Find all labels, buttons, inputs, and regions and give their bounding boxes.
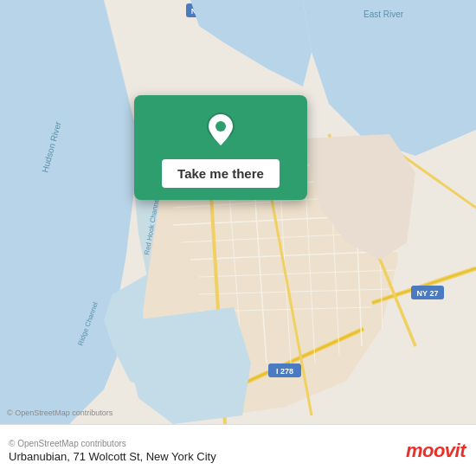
moovit-logo-text: moovit xyxy=(406,440,466,462)
svg-text:© OpenStreetMap contributors: © OpenStreetMap contributors xyxy=(7,408,113,417)
map-view: I 278 NY 27 NY 9A I 278 xyxy=(0,0,476,424)
svg-point-53 xyxy=(215,121,226,132)
map-svg: I 278 NY 27 NY 9A I 278 xyxy=(0,0,476,424)
bottom-bar: © OpenStreetMap contributors Urbanubian,… xyxy=(0,424,476,476)
take-me-there-button[interactable]: Take me there xyxy=(162,159,280,188)
destination-card: Take me there xyxy=(134,95,307,200)
location-info: © OpenStreetMap contributors Urbanubian,… xyxy=(9,439,216,463)
location-label: Urbanubian, 71 Wolcott St, New York City xyxy=(9,450,216,463)
svg-text:East River: East River xyxy=(363,10,404,19)
location-pin-icon xyxy=(202,111,240,149)
moovit-logo: moovit xyxy=(406,440,466,462)
svg-text:NY 27: NY 27 xyxy=(417,289,439,298)
copyright-text: © OpenStreetMap contributors xyxy=(9,439,216,448)
svg-text:I 278: I 278 xyxy=(276,367,293,376)
